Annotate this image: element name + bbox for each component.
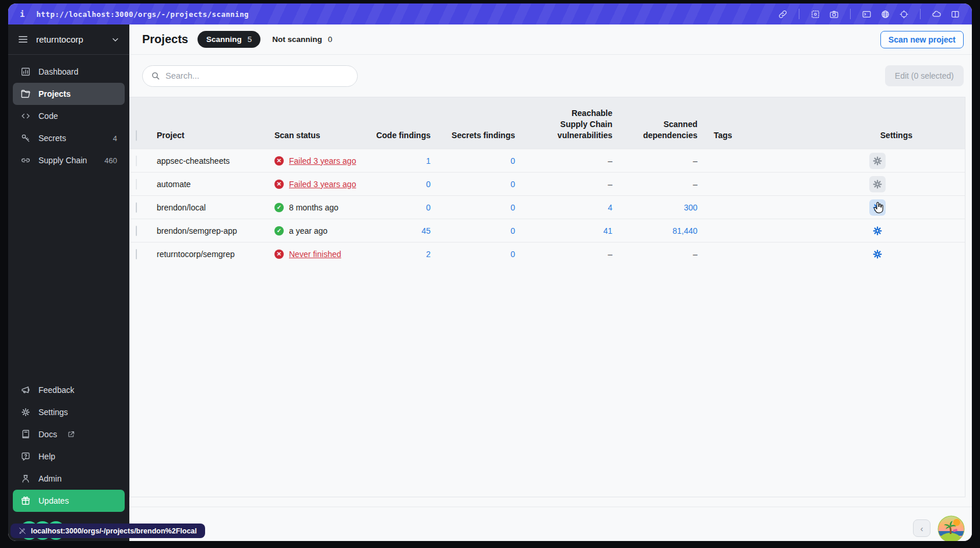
secrets-findings-link[interactable]: 0	[431, 156, 515, 166]
scanned-deps-link[interactable]: 300	[612, 203, 697, 212]
code-findings-link[interactable]: 0	[373, 180, 431, 189]
sidebar-item-label: Supply Chain	[38, 156, 87, 165]
hamburger-icon[interactable]	[17, 34, 29, 45]
scan-status-link[interactable]: Failed 3 years ago	[289, 180, 356, 189]
key-icon	[20, 133, 31, 143]
failed-status-icon: ✕	[274, 180, 284, 189]
reachable-vulns-value: –	[515, 180, 612, 189]
reachable-vulns-link[interactable]: 4	[515, 203, 612, 212]
main-content: Projects Scanning 5 Not scanning 0 Scan …	[129, 24, 972, 541]
sidebar-item-settings[interactable]: Settings	[13, 401, 125, 423]
scanned-deps-link[interactable]: 81,440	[612, 226, 697, 236]
scan-status-link[interactable]: Failed 3 years ago	[289, 156, 356, 166]
info-icon: i	[20, 9, 24, 19]
secrets-findings-link[interactable]: 0	[431, 250, 515, 259]
sidebar-footer-nav: Feedback Settings Docs Help Admin	[8, 379, 129, 512]
search-input[interactable]	[165, 71, 349, 80]
secrets-findings-link[interactable]: 0	[431, 180, 515, 189]
crosshair-icon[interactable]	[899, 9, 909, 19]
search-box[interactable]	[142, 65, 358, 87]
code-findings-link[interactable]: 1	[373, 156, 431, 166]
col-project: Project	[157, 130, 274, 141]
code-findings-link[interactable]: 2	[373, 250, 431, 259]
table-row: automate ✕Failed 3 years ago 0 0 – –	[130, 172, 965, 195]
url-text[interactable]: http://localhost:3000/orgs/-/projects/sc…	[36, 10, 249, 19]
scan-status-text: 8 months ago	[289, 203, 339, 212]
sidebar-item-code[interactable]: Code	[13, 105, 125, 127]
camera-icon[interactable]	[829, 9, 839, 19]
sidebar-item-label: Help	[38, 452, 55, 461]
toolbar-separator	[850, 9, 851, 19]
sidebar-item-dashboard[interactable]: Dashboard	[13, 61, 125, 83]
tab-not-scanning[interactable]: Not scanning 0	[272, 35, 332, 44]
screenshot-icon[interactable]	[810, 9, 820, 19]
code-findings-link[interactable]: 45	[373, 226, 431, 236]
island-easter-egg-button[interactable]	[937, 515, 965, 542]
col-code-findings: Code findings	[373, 130, 431, 141]
col-settings: Settings	[842, 130, 912, 141]
sidebar-item-projects[interactable]: Projects	[13, 83, 125, 105]
sidebar-item-secrets[interactable]: Secrets 4	[13, 127, 125, 149]
reachable-vulns-value: –	[515, 156, 612, 166]
dashboard-icon	[20, 66, 31, 77]
sidebar-item-admin[interactable]: Admin	[13, 468, 125, 490]
cloud-icon[interactable]	[932, 9, 942, 19]
secrets-count-badge: 4	[113, 134, 117, 143]
row-checkbox[interactable]	[136, 179, 137, 189]
admin-icon	[20, 473, 31, 484]
scanned-deps-value: –	[612, 250, 697, 259]
sidebar-item-updates[interactable]: Updates	[13, 490, 125, 512]
sidebar-item-docs[interactable]: Docs	[13, 423, 125, 445]
reachable-vulns-link[interactable]: 41	[515, 226, 612, 236]
help-icon	[20, 451, 31, 462]
row-checkbox[interactable]	[136, 226, 137, 236]
chain-icon	[20, 155, 31, 166]
sidebar: returntocorp Dashboard Projects Code	[8, 24, 129, 541]
sidebar-nav: Dashboard Projects Code Secrets 4	[8, 55, 129, 171]
code-findings-link[interactable]: 0	[373, 203, 431, 212]
project-settings-gear-button[interactable]	[869, 199, 886, 216]
edit-selected-button[interactable]: Edit (0 selected)	[885, 65, 964, 86]
browser-window: i http://localhost:3000/orgs/-/projects/…	[8, 3, 972, 541]
row-checkbox[interactable]	[136, 156, 137, 166]
project-name: automate	[157, 180, 274, 189]
table-row: brendon/local ✓8 months ago 0 0 4 300	[130, 195, 965, 219]
terminal-icon[interactable]	[862, 9, 872, 19]
success-status-icon: ✓	[274, 203, 284, 212]
tab-not-scanning-label: Not scanning	[272, 35, 322, 44]
scan-new-project-button[interactable]: Scan new project	[880, 31, 964, 48]
sidebar-item-help[interactable]: Help	[13, 445, 125, 468]
row-checkbox[interactable]	[136, 202, 137, 213]
sidebar-item-supply-chain[interactable]: Supply Chain 460	[13, 149, 125, 171]
browser-url-bar: i http://localhost:3000/orgs/-/projects/…	[8, 3, 972, 24]
tab-scanning[interactable]: Scanning 5	[198, 31, 260, 48]
previous-page-button[interactable]: ‹	[913, 519, 930, 537]
project-settings-gear-button[interactable]	[869, 176, 886, 192]
link-icon[interactable]	[778, 9, 788, 19]
split-view-icon[interactable]	[950, 9, 960, 19]
sidebar-item-feedback[interactable]: Feedback	[13, 379, 125, 401]
gear-icon	[20, 407, 31, 417]
island-icon	[937, 515, 965, 542]
sidebar-item-label: Feedback	[38, 385, 74, 395]
org-switcher[interactable]: returntocorp	[8, 24, 129, 55]
scan-status-link[interactable]: Never finished	[289, 250, 341, 259]
project-settings-gear-button[interactable]	[869, 153, 886, 169]
scanned-deps-value: –	[612, 180, 697, 189]
globe-icon[interactable]	[880, 9, 890, 19]
project-settings-gear-button[interactable]	[869, 223, 886, 239]
page-header: Projects Scanning 5 Not scanning 0 Scan …	[129, 24, 972, 55]
status-bar-link-preview: localhost:3000/orgs/-/projects/brendon%2…	[10, 524, 205, 538]
col-tags: Tags	[697, 130, 842, 141]
project-settings-gear-button[interactable]	[869, 246, 886, 262]
org-name: returntocorp	[36, 34, 103, 44]
project-name: brendon/semgrep-app	[157, 226, 274, 236]
secrets-findings-link[interactable]: 0	[431, 203, 515, 212]
select-all-checkbox[interactable]	[136, 130, 137, 141]
gift-icon	[20, 496, 31, 506]
row-checkbox[interactable]	[136, 249, 137, 259]
table-row: returntocorp/semgrep ✕Never finished 2 0…	[130, 242, 965, 265]
tab-not-scanning-count: 0	[328, 35, 333, 44]
secrets-findings-link[interactable]: 0	[431, 226, 515, 236]
sidebar-item-label: Projects	[38, 89, 70, 99]
